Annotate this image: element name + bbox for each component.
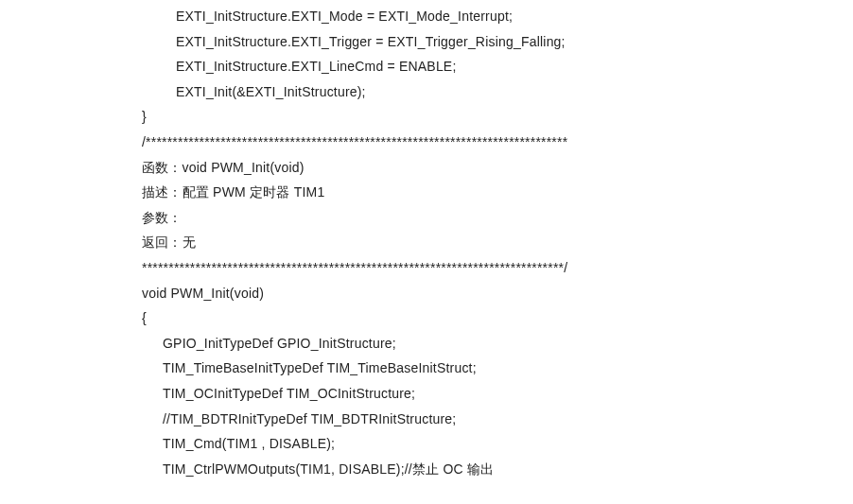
code-line: TIM_TimeBaseInitTypeDef TIM_TimeBaseInit… (142, 356, 853, 381)
comment-block-end: ****************************************… (142, 255, 853, 281)
comment-function: 函数：void PWM_Init(void) (142, 155, 853, 181)
comment-params: 参数： (142, 205, 853, 231)
comment-return: 返回：无 (142, 230, 853, 255)
code-line: TIM_Cmd(TIM1 , DISABLE); (142, 431, 853, 457)
code-line: TIM_CtrlPWMOutputs(TIM1, DISABLE);//禁止 O… (142, 457, 853, 482)
code-line: EXTI_InitStructure.EXTI_Trigger = EXTI_T… (142, 29, 853, 55)
code-line: EXTI_Init(&EXTI_InitStructure); (142, 79, 853, 105)
code-line: EXTI_InitStructure.EXTI_LineCmd = ENABLE… (142, 54, 853, 79)
code-line: TIM_OCInitTypeDef TIM_OCInitStructure; (142, 381, 853, 407)
code-line-brace: { (142, 305, 853, 331)
comment-block-start: /***************************************… (142, 130, 853, 155)
code-line: //TIM_BDTRInitTypeDef TIM_BDTRInitStruct… (142, 407, 853, 432)
code-line: EXTI_InitStructure.EXTI_Mode = EXTI_Mode… (142, 4, 853, 29)
code-line-brace: } (142, 104, 853, 130)
comment-description: 描述：配置 PWM 定时器 TIM1 (142, 180, 853, 205)
code-line: GPIO_InitTypeDef GPIO_InitStructure; (142, 331, 853, 356)
function-signature: void PWM_Init(void) (142, 281, 853, 306)
